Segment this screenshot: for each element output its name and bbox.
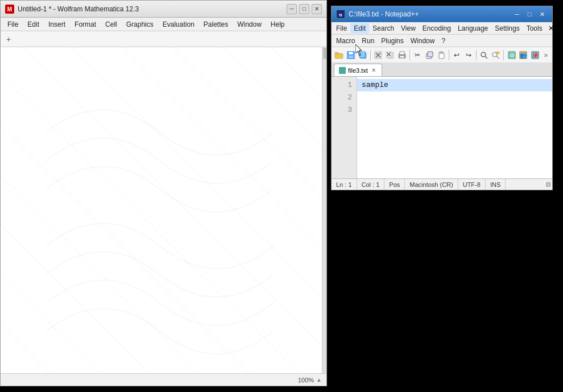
npp-btn-undo[interactable]: ↩: [452, 49, 462, 61]
npp-separator-1: [370, 50, 371, 60]
npp-btn-redo[interactable]: ↪: [463, 49, 474, 61]
npp-line-numbers: 1 2 3: [332, 77, 357, 178]
npp-menu-encoding[interactable]: Encoding: [419, 23, 454, 34]
math-menu-insert[interactable]: Insert: [44, 19, 70, 30]
mathematica-close-btn[interactable]: ✕: [312, 4, 322, 14]
npp-btn-close[interactable]: [373, 49, 384, 61]
npp-status-col: Col : 1: [357, 179, 385, 190]
npp-status-ins: INS: [486, 179, 506, 190]
mathematica-zoom: 100%: [298, 377, 314, 383]
npp-tab-file-icon: [339, 67, 346, 74]
math-menu-file[interactable]: File: [3, 19, 23, 30]
npp-menu-question[interactable]: ?: [438, 36, 449, 46]
npp-toolbar: ✂ ↩ ↪ ⚙ 👥 📌 »: [332, 47, 552, 63]
npp-status-encoding: UTF-8: [458, 179, 486, 190]
mathematica-toolbar: +: [1, 31, 326, 47]
svg-text:⚙: ⚙: [509, 52, 514, 59]
svg-rect-10: [359, 51, 365, 57]
npp-status-encoding-text: UTF-8: [463, 181, 481, 188]
npp-close-btn[interactable]: ✕: [536, 9, 548, 19]
npp-tab-file3[interactable]: file3.txt ✕: [334, 64, 382, 76]
npp-btn-zoom-out[interactable]: 👥: [518, 49, 529, 61]
svg-rect-20: [400, 56, 404, 58]
npp-toolbar-expander[interactable]: »: [541, 51, 550, 59]
npp-btn-open[interactable]: [334, 49, 345, 61]
npp-maximize-btn[interactable]: □: [524, 9, 535, 19]
math-menu-graphics[interactable]: Graphics: [122, 19, 158, 30]
npp-btn-cut[interactable]: ✂: [412, 49, 423, 61]
npp-menu-search[interactable]: Search: [369, 23, 398, 34]
npp-status-pos: Pos: [384, 179, 405, 190]
npp-btn-sync[interactable]: 📌: [530, 49, 541, 61]
math-menu-palettes[interactable]: Palettes: [199, 19, 233, 30]
svg-rect-5: [335, 52, 338, 54]
npp-close-x[interactable]: ✕: [546, 24, 556, 32]
npp-code-area[interactable]: sample: [357, 77, 552, 178]
math-menu-format[interactable]: Format: [70, 19, 101, 30]
npp-title: C:\file3.txt - Notepad++: [349, 10, 511, 18]
svg-rect-36: [340, 68, 345, 73]
npp-separator-2: [409, 50, 410, 60]
math-menu-edit[interactable]: Edit: [23, 19, 44, 30]
npp-btn-save[interactable]: [346, 49, 357, 61]
npp-status-eol: Macintosh (CR): [405, 179, 458, 190]
npp-line-num-2: 2: [332, 91, 357, 104]
npp-status-ln-text: Ln : 1: [336, 181, 352, 188]
npp-btn-save-all[interactable]: [357, 49, 368, 61]
npp-status-col-text: Col : 1: [362, 181, 380, 188]
svg-rect-22: [428, 52, 433, 57]
zoom-up-arrow[interactable]: ▲: [316, 377, 322, 383]
npp-menu-window[interactable]: Window: [407, 36, 438, 46]
npp-tab-bar: file3.txt ✕: [332, 63, 552, 77]
math-menu-cell[interactable]: Cell: [101, 19, 122, 30]
npp-menu-file[interactable]: File: [333, 23, 350, 34]
npp-code-line-3: [357, 104, 552, 116]
mathematica-minimize-btn[interactable]: ─: [287, 4, 297, 14]
npp-status-resize-btn[interactable]: ⊡: [544, 181, 552, 189]
cell-bracket-area: [314, 47, 322, 373]
npp-btn-find-files[interactable]: [491, 49, 502, 61]
npp-menu-plugins[interactable]: Plugins: [378, 36, 407, 46]
npp-tab-close-btn[interactable]: ✕: [370, 67, 377, 74]
mathematica-status-bar: 100% ▲: [1, 373, 326, 386]
svg-rect-7: [349, 52, 353, 55]
mathematica-window: M Untitled-1 * - Wolfram Mathematica 12.…: [0, 0, 327, 386]
mathematica-maximize-btn[interactable]: □: [299, 4, 309, 14]
npp-menu-language[interactable]: Language: [454, 23, 491, 34]
npp-title-bar: N C:\file3.txt - Notepad++ ─ □ ✕: [332, 6, 552, 22]
npp-menu-macro[interactable]: Macro: [333, 36, 358, 46]
npp-separator-5: [503, 50, 504, 60]
npp-btn-paste[interactable]: [436, 49, 446, 61]
npp-menu-view[interactable]: View: [398, 23, 419, 34]
svg-rect-8: [349, 56, 353, 58]
npp-app-icon: N: [336, 10, 345, 19]
npp-status-pos-text: Pos: [389, 181, 400, 188]
npp-separator-4: [476, 50, 477, 60]
mathematica-menu-bar: File Edit Insert Format Cell Graphics Ev…: [1, 18, 326, 31]
npp-menu-edit[interactable]: Edit: [350, 23, 369, 34]
svg-rect-24: [440, 52, 443, 53]
math-menu-help[interactable]: Help: [266, 19, 289, 30]
npp-menu-settings[interactable]: Settings: [491, 23, 523, 34]
npp-menu-tools[interactable]: Tools: [523, 23, 546, 34]
npp-minimize-btn[interactable]: ─: [511, 9, 523, 19]
npp-editor-area[interactable]: 1 2 3 sample: [332, 77, 552, 178]
npp-btn-zoom-in[interactable]: ⚙: [506, 49, 517, 61]
npp-status-bar: Ln : 1 Col : 1 Pos Macintosh (CR) UTF-8 …: [332, 178, 552, 190]
math-vscroll-thumb[interactable]: [323, 48, 326, 59]
npp-btn-copy[interactable]: [424, 49, 435, 61]
npp-menu-row2: Macro Run Plugins Window ?: [332, 35, 552, 47]
npp-status-ln: Ln : 1: [332, 179, 357, 190]
npp-menu-run[interactable]: Run: [358, 36, 378, 46]
mathematica-content[interactable]: [1, 47, 326, 373]
npp-btn-find[interactable]: [479, 49, 490, 61]
add-cell-button[interactable]: +: [3, 34, 14, 44]
svg-text:M: M: [7, 6, 12, 12]
math-vscrollbar[interactable]: [322, 47, 326, 373]
svg-line-28: [496, 56, 499, 59]
math-menu-window[interactable]: Window: [233, 19, 266, 30]
npp-btn-print[interactable]: [396, 49, 407, 61]
math-menu-evaluation[interactable]: Evaluation: [158, 19, 199, 30]
npp-line-num-3: 3: [332, 104, 357, 116]
npp-btn-close-all[interactable]: [385, 49, 396, 61]
